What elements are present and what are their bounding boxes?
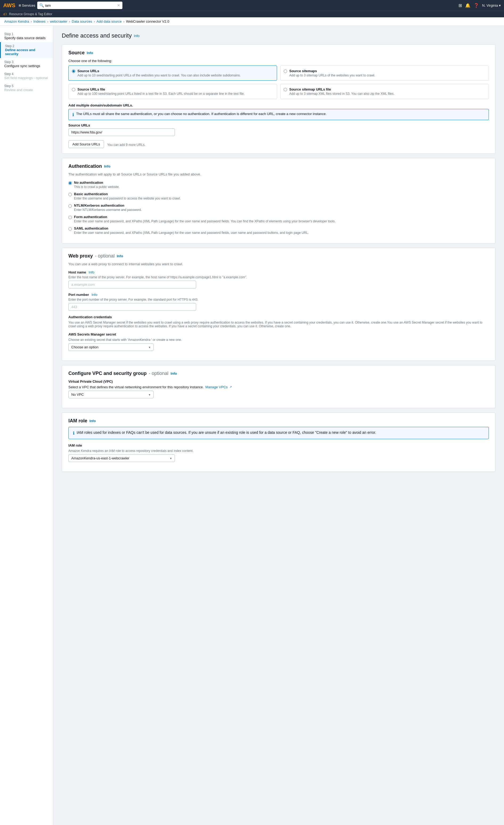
basic-auth-radio[interactable] (68, 193, 72, 196)
breadcrumb-sep-1: › (30, 19, 32, 23)
source-urls-file-content: Source URLs file Add up to 100 seed/star… (77, 87, 245, 96)
step-3-title: Configure sync settings (4, 64, 49, 68)
port-number-group: Port number Info Enter the port number o… (68, 293, 489, 311)
source-sitemaps-radio[interactable] (284, 70, 287, 73)
breadcrumb-sep-3: › (69, 19, 70, 23)
form-auth-item: Form authentication Enter the user name … (68, 215, 489, 223)
saml-auth-label-wrap: SAML authentication Enter the user name … (74, 226, 309, 235)
iam-role-select[interactable]: AmazonKendra-us-east-1-webcrawler (68, 454, 175, 462)
multi-domain-label: Add multiple domain/subdomain URLs. (68, 103, 489, 107)
source-info-box: ℹ The URLs must all share the same authe… (68, 109, 489, 120)
breadcrumb-current: WebCrawler connector V2.0 (126, 19, 169, 23)
page-title-info[interactable]: Info (134, 34, 140, 38)
sidebar-step-2[interactable]: Step 2 Define access and security (0, 42, 53, 58)
sidebar-step-5[interactable]: Step 5 Review and create (0, 82, 53, 94)
source-info-link[interactable]: Info (87, 51, 93, 55)
vpc-desc-text: Select a VPC that defines the virtual ne… (68, 385, 204, 389)
auth-description: The authentication will apply to all Sou… (68, 172, 489, 176)
auth-title-text: Authentication (68, 163, 102, 169)
source-section: Source Info Choose one of the following:… (62, 45, 496, 154)
sidebar: Step 1 Specify data source details Step … (0, 26, 53, 825)
vpc-section: Configure VPC and security group - optio… (62, 365, 496, 408)
nav-icons: ⊞ 🔔 ❓ N. Virginia ▾ (458, 3, 501, 8)
step-1-num: Step 1 (4, 32, 49, 36)
sidebar-step-3[interactable]: Step 3 Configure sync settings (0, 58, 53, 70)
saml-auth-title: SAML authentication (74, 226, 309, 230)
source-url-input[interactable] (68, 128, 175, 136)
auth-credentials-group: Authentication credentials You use an AW… (68, 315, 489, 328)
port-number-info-link[interactable]: Info (92, 293, 97, 297)
search-bar[interactable]: 🔍 ✕ (37, 2, 122, 9)
aws-secret-select-wrap: Choose an option (68, 343, 154, 351)
manage-vpcs-link[interactable]: Manage VPCs (205, 385, 228, 389)
search-icon: 🔍 (39, 3, 44, 7)
source-urls-option[interactable]: Source URLs Add up to 10 seed/starting p… (68, 66, 277, 81)
breadcrumb-add-data-source[interactable]: Add data source (97, 19, 122, 23)
ntlm-auth-label-wrap: NTLM/Kerberos authentication Enter NTLM/… (74, 204, 142, 212)
step-5-title: Review and create (4, 88, 49, 92)
form-auth-row[interactable]: Form authentication Enter the user name … (68, 215, 489, 223)
services-label: Services (22, 3, 35, 7)
breadcrumb-amazon-kendra[interactable]: Amazon Kendra (4, 19, 29, 23)
basic-auth-row[interactable]: Basic authentication Enter the username … (68, 192, 489, 200)
port-number-input[interactable] (68, 303, 196, 311)
source-options-grid: Source URLs Add up to 10 seed/starting p… (68, 66, 489, 99)
add-source-urls-button[interactable]: Add Source URLs (68, 140, 104, 148)
breadcrumb-sep-4: › (94, 19, 95, 23)
breadcrumb-webcrawler[interactable]: webcrawler (50, 19, 67, 23)
source-sitemap-urls-file-label: Source sitemap URLs file (289, 87, 394, 91)
ntlm-auth-row[interactable]: NTLM/Kerberos authentication Enter NTLM/… (68, 204, 489, 212)
saml-auth-row[interactable]: SAML authentication Enter the user name … (68, 226, 489, 235)
source-sitemaps-option[interactable]: Source sitemaps Add up to 3 sitemap URLs… (280, 66, 489, 81)
iam-alert-text: IAM roles used for indexes or FAQs can't… (77, 430, 376, 436)
services-menu[interactable]: ⊞ Services (19, 3, 35, 7)
source-urls-radio[interactable] (72, 70, 75, 73)
host-name-label-text: Host name (68, 270, 86, 274)
source-sitemaps-label: Source sitemaps (289, 69, 375, 73)
search-clear-icon[interactable]: ✕ (117, 3, 120, 7)
breadcrumb-indexes[interactable]: Indexes (33, 19, 46, 23)
no-auth-row[interactable]: No authentication This is to crawl a pub… (68, 180, 489, 189)
authentication-section: Authentication Info The authentication w… (62, 158, 496, 243)
region-selector[interactable]: N. Virginia ▾ (482, 3, 501, 7)
aws-secret-group: AWS Secrets Manager secret Choose an exi… (68, 332, 489, 351)
vpc-info-link[interactable]: Info (171, 372, 177, 375)
port-number-label: Port number Info (68, 293, 489, 297)
breadcrumb-data-sources[interactable]: Data sources (72, 19, 92, 23)
source-urls-file-option[interactable]: Source URLs file Add up to 100 seed/star… (68, 84, 277, 99)
web-proxy-info-link[interactable]: Info (117, 254, 123, 258)
vpc-select[interactable]: No VPC (68, 391, 154, 398)
search-input[interactable] (45, 3, 116, 7)
bell-icon[interactable]: 🔔 (465, 3, 471, 8)
host-name-input[interactable] (68, 281, 196, 288)
info-circle-icon: ℹ (72, 112, 74, 117)
saml-auth-radio[interactable] (68, 227, 72, 231)
iam-info-link[interactable]: Info (89, 419, 96, 423)
source-sitemap-urls-file-option[interactable]: Source sitemap URLs file Add up to 3 sit… (280, 84, 489, 99)
ntlm-auth-item: NTLM/Kerberos authentication Enter NTLM/… (68, 204, 489, 212)
form-auth-radio[interactable] (68, 216, 72, 219)
iam-section-title: IAM role Info (68, 418, 489, 424)
sidebar-step-1[interactable]: Step 1 Specify data source details (0, 30, 53, 42)
main-content: Define access and security Info Source I… (53, 26, 504, 825)
grid-icon[interactable]: ⊞ (458, 3, 462, 8)
web-proxy-description: You can use a web proxy to connect to in… (68, 262, 489, 266)
external-link-icon: ↗ (229, 385, 232, 389)
step-4-title: Set field mappings - optional (4, 76, 49, 80)
host-name-desc: Enter the host name of the proxy server.… (68, 275, 489, 279)
sidebar-step-4[interactable]: Step 4 Set field mappings - optional (0, 70, 53, 82)
ntlm-auth-radio[interactable] (68, 204, 72, 208)
source-sitemaps-desc: Add up to 3 sitemap URLs of the websites… (289, 74, 375, 77)
no-auth-radio[interactable] (68, 181, 72, 185)
source-sitemap-urls-file-radio[interactable] (284, 88, 287, 91)
source-sitemaps-content: Source sitemaps Add up to 3 sitemap URLs… (289, 69, 375, 77)
source-urls-desc: Add up to 10 seed/starting point URLs of… (77, 74, 241, 77)
auth-info-link[interactable]: Info (104, 164, 110, 168)
form-auth-label-wrap: Form authentication Enter the user name … (74, 215, 336, 223)
top-nav: AWS ⊞ Services 🔍 ✕ ⊞ 🔔 ❓ N. Virginia ▾ (0, 0, 504, 11)
help-icon[interactable]: ❓ (474, 3, 479, 8)
step-2-title: Define access and security (5, 48, 49, 56)
source-urls-file-radio[interactable] (72, 88, 75, 91)
aws-secret-select[interactable]: Choose an option (68, 343, 154, 351)
host-name-info-link[interactable]: Info (89, 270, 94, 274)
